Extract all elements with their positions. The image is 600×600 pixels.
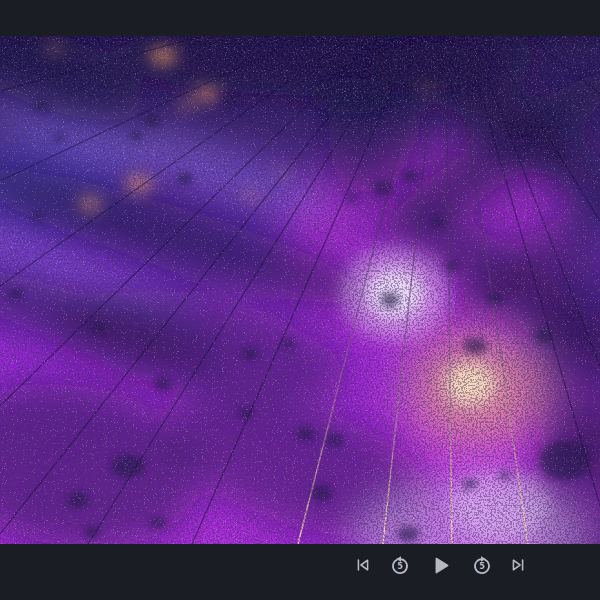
forward-5-button[interactable]: 5 [464, 547, 500, 583]
forward-5-icon: 5 [469, 552, 495, 578]
skip-next-icon [507, 554, 529, 576]
skip-previous-button[interactable] [345, 547, 381, 583]
media-viewer-window: 5 5 [0, 0, 600, 600]
skip-previous-icon [352, 554, 374, 576]
replay-5-icon: 5 [387, 552, 413, 578]
replay-5-badge: 5 [397, 561, 403, 571]
playback-control-bar: 5 5 [0, 544, 600, 600]
forward-5-badge: 5 [479, 561, 485, 571]
skip-next-button[interactable] [500, 547, 536, 583]
replay-5-button[interactable]: 5 [382, 547, 418, 583]
play-button[interactable] [422, 547, 458, 583]
media-artwork [0, 36, 600, 544]
media-frame [0, 36, 600, 544]
play-icon [428, 553, 453, 578]
top-bar [0, 0, 600, 36]
